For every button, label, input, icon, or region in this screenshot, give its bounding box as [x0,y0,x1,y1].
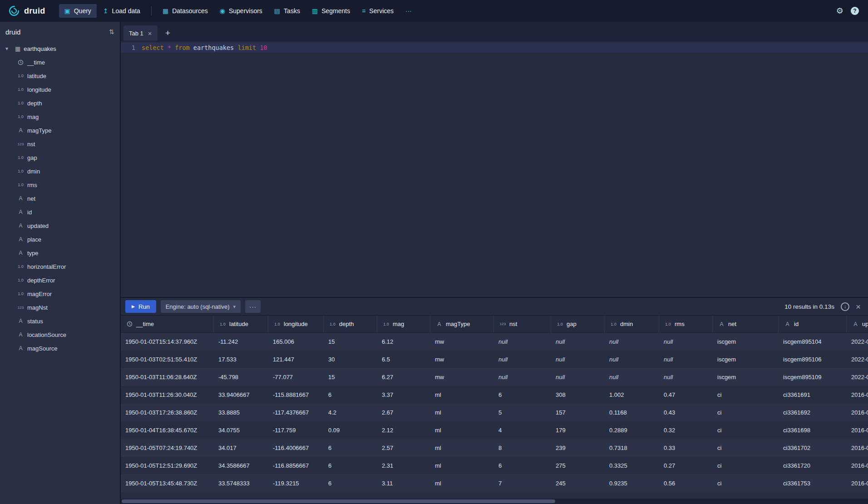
nav-item-datasources[interactable]: ▦Datasources [157,4,213,18]
table-cell[interactable]: 1950-01-03T17:26:38.860Z [121,404,214,421]
datasource-row-earthquakes[interactable]: ▾ ▦ earthquakes [0,42,120,55]
download-icon[interactable]: ↓ [841,302,849,311]
table-cell[interactable]: null [605,351,659,368]
field-row-status[interactable]: Astatus [0,314,120,328]
table-cell[interactable]: 0.32 [659,421,713,439]
field-row-longitude[interactable]: 1.0longitude [0,83,120,96]
table-cell[interactable]: 8 [494,439,551,457]
table-cell[interactable]: 4 [494,421,551,439]
table-cell[interactable]: null [551,333,605,351]
table-cell[interactable]: null [494,333,551,351]
table-cell[interactable]: ci [713,421,779,439]
table-cell[interactable]: 1950-01-03T02:51:55.410Z [121,351,214,368]
table-cell[interactable]: 7 [494,474,551,492]
close-results-icon[interactable]: × [856,302,861,311]
column-header-gap[interactable]: 1.0gap [551,316,605,332]
table-cell[interactable]: ml [430,474,494,492]
table-cell[interactable]: 1950-01-03T11:06:28.640Z [121,368,214,386]
table-cell[interactable]: 6 [324,439,377,457]
field-row-id[interactable]: Aid [0,205,120,219]
table-cell[interactable]: 15 [324,333,377,351]
table-cell[interactable]: 6.5 [377,351,430,368]
table-cell[interactable]: 239 [551,439,605,457]
field-row-depth[interactable]: 1.0depth [0,96,120,110]
table-cell[interactable]: 0.1168 [605,404,659,421]
horizontal-scrollbar[interactable] [121,499,868,504]
field-row-updated[interactable]: Aupdated [0,219,120,232]
table-cell[interactable]: 275 [551,457,605,474]
close-tab-icon[interactable]: × [148,30,152,37]
table-cell[interactable]: 30 [324,351,377,368]
table-cell[interactable]: 1950-01-03T11:26:30.040Z [121,386,214,404]
field-row-latitude[interactable]: 1.0latitude [0,69,120,83]
table-cell[interactable]: -119.3215 [268,474,324,492]
column-header-mag[interactable]: 1.0mag [377,316,430,332]
table-cell[interactable]: null [605,333,659,351]
field-row-magType[interactable]: AmagType [0,124,120,137]
table-cell[interactable]: ml [430,421,494,439]
table-cell[interactable]: 2.12 [377,421,430,439]
table-cell[interactable]: 2016-0 [847,457,868,474]
table-cell[interactable]: 3.11 [377,474,430,492]
table-cell[interactable]: -45.798 [214,368,268,386]
table-cell[interactable]: 0.56 [659,474,713,492]
add-tab-button[interactable]: + [161,25,175,41]
column-header-depth[interactable]: 1.0depth [324,316,377,332]
nav-item-segments[interactable]: ▥Segments [306,4,355,18]
table-cell[interactable]: 165.006 [268,333,324,351]
table-cell[interactable]: null [551,351,605,368]
table-cell[interactable]: 34.3586667 [214,457,268,474]
run-button[interactable]: ▶ Run [125,300,156,313]
table-cell[interactable]: 1950-01-04T16:38:45.670Z [121,421,214,439]
table-cell[interactable]: iscgem895104 [779,333,847,351]
table-cell[interactable]: 2016-0 [847,421,868,439]
field-row-locationSource[interactable]: AlocationSource [0,328,120,341]
table-cell[interactable]: 5 [494,404,551,421]
table-cell[interactable]: ci3361720 [779,457,847,474]
table-cell[interactable]: 6 [494,386,551,404]
table-cell[interactable]: 1.002 [605,386,659,404]
table-cell[interactable]: 0.3325 [605,457,659,474]
field-row-net[interactable]: Anet [0,192,120,205]
table-cell[interactable]: 6 [324,474,377,492]
table-cell[interactable]: 1950-01-05T07:24:19.740Z [121,439,214,457]
table-cell[interactable]: 6 [324,457,377,474]
table-cell[interactable]: 121.447 [268,351,324,368]
chevron-down-icon[interactable]: ▾ [5,45,12,52]
column-header-__time[interactable]: __time [121,316,214,332]
table-cell[interactable]: mw [430,333,494,351]
table-cell[interactable]: 0.9235 [605,474,659,492]
field-row-rms[interactable]: 1.0rms [0,178,120,192]
table-cell[interactable]: 308 [551,386,605,404]
table-cell[interactable]: 17.533 [214,351,268,368]
table-cell[interactable]: 2016-0 [847,474,868,492]
nav-item-query[interactable]: ▣Query [59,4,97,18]
engine-select-button[interactable]: Engine: auto (sql-native) ▾ [161,300,241,313]
field-row-type[interactable]: Atype [0,246,120,260]
column-header-magType[interactable]: AmagType [430,316,494,332]
field-row-place[interactable]: Aplace [0,232,120,246]
table-cell[interactable]: 179 [551,421,605,439]
field-row-gap[interactable]: 1.0gap [0,151,120,164]
table-cell[interactable]: 1950-01-05T12:51:29.690Z [121,457,214,474]
table-cell[interactable]: 6 [324,386,377,404]
table-cell[interactable]: 2022-0 [847,351,868,368]
column-header-dmin[interactable]: 1.0dmin [605,316,659,332]
table-cell[interactable]: 2.67 [377,404,430,421]
field-row-magError[interactable]: 1.0magError [0,287,120,301]
field-row-__time[interactable]: __time [0,55,120,69]
table-cell[interactable]: null [494,368,551,386]
field-row-nst[interactable]: 123nst [0,137,120,151]
table-cell[interactable]: ci3361698 [779,421,847,439]
nav-item-load-data[interactable]: ↥Load data [98,4,146,18]
table-cell[interactable]: ml [430,457,494,474]
table-cell[interactable]: 33.5748333 [214,474,268,492]
table-cell[interactable]: 2.57 [377,439,430,457]
table-cell[interactable]: 34.0755 [214,421,268,439]
table-cell[interactable]: -116.8856667 [268,457,324,474]
sql-editor[interactable]: 1 select * from earthquakes limit 10 [121,41,868,297]
table-cell[interactable]: 33.8885 [214,404,268,421]
table-cell[interactable]: 2.31 [377,457,430,474]
table-cell[interactable]: 0.09 [324,421,377,439]
table-cell[interactable]: iscgem [713,333,779,351]
